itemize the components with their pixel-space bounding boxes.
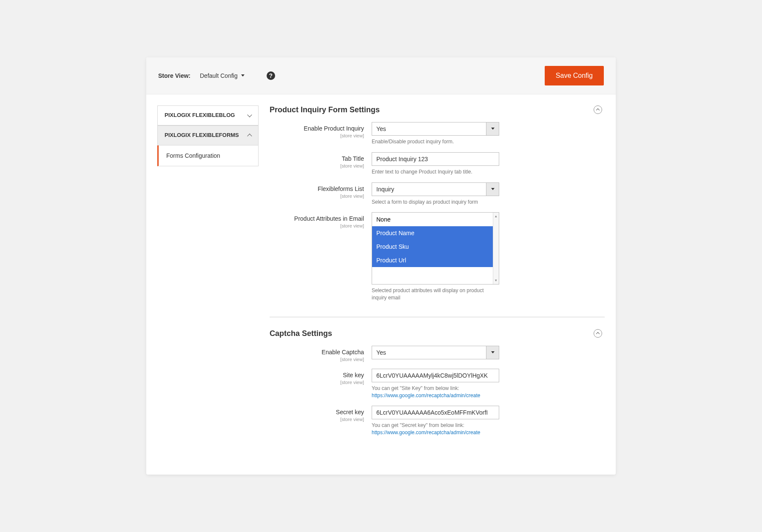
field-note: Enable/Disable product inquiry form. [372, 138, 499, 145]
field-label-text: Site key [343, 372, 364, 378]
field-control: Enter text to change Product Inquiry tab… [372, 152, 499, 176]
field-flexibleforms-list: Flexibleforms List [store view] Inquiry … [270, 182, 605, 206]
field-label: Enable Captcha [store view] [270, 346, 372, 362]
field-note: Enter text to change Product Inquiry tab… [372, 168, 499, 176]
field-site-key: Site key [store view] You can get "Site … [270, 369, 605, 399]
select-toggle[interactable] [486, 346, 499, 359]
store-view-select[interactable]: Default Config [200, 72, 245, 79]
field-control: Yes [372, 346, 499, 362]
scroll-up-icon: ▴ [493, 214, 499, 218]
field-control: You can get "Secret key" from below link… [372, 406, 499, 436]
save-config-button[interactable]: Save Config [545, 66, 604, 85]
field-label: Secret key [store view] [270, 406, 372, 436]
field-scope: [store view] [270, 380, 364, 385]
section-captcha: Captcha Settings Enable Captcha [store v… [270, 329, 605, 452]
field-label: Enable Product Inquiry [store view] [270, 122, 372, 145]
sidebar-group-label: PIXLOGIX FLEXIBLEBLOG [165, 112, 235, 119]
section-header: Captcha Settings [270, 329, 605, 338]
field-secret-key: Secret key [store view] You can get "Sec… [270, 406, 605, 436]
select-toggle[interactable] [486, 122, 499, 135]
select-toggle[interactable] [486, 183, 499, 196]
multiselect-option-none[interactable]: None [372, 213, 493, 226]
caret-down-icon [241, 74, 245, 77]
topbar-left: Store View: Default Config ? [158, 71, 275, 80]
field-note: Selected product attributes will display… [372, 287, 499, 302]
field-label-text: Flexibleforms List [318, 185, 364, 192]
field-label-text: Secret key [336, 409, 364, 415]
topbar: Store View: Default Config ? Save Config [146, 57, 616, 94]
sidebar-group-label: PIXLOGIX FLEXIBLEFORMS [165, 132, 239, 139]
product-attributes-multiselect[interactable]: None Product Name Product Sku Product Ur… [372, 212, 499, 284]
section-title: Captcha Settings [270, 329, 332, 338]
field-control: Yes Enable/Disable product inquiry form. [372, 122, 499, 145]
field-control: None Product Name Product Sku Product Ur… [372, 212, 499, 302]
scroll-down-icon: ▾ [493, 279, 499, 282]
multiselect-option-product-sku[interactable]: Product Sku [372, 240, 493, 253]
field-label: Product Attributes in Email [store view] [270, 212, 372, 302]
site-key-input[interactable] [372, 369, 499, 382]
field-control: You can get "Site Key" from below link: … [372, 369, 499, 399]
field-label: Site key [store view] [270, 369, 372, 399]
sidebar-item-forms-configuration[interactable]: Forms Configuration [157, 145, 259, 166]
select-value: Yes [372, 346, 486, 359]
chevron-up-icon [247, 134, 252, 138]
scrollbar[interactable]: ▴ ▾ [493, 213, 499, 284]
sidebar-group-flexibleforms[interactable]: PIXLOGIX FLEXIBLEFORMS [157, 125, 259, 145]
multiselect-option-product-name[interactable]: Product Name [372, 226, 493, 240]
note-text: You can get "Secret key" from below link… [372, 422, 464, 428]
help-icon[interactable]: ? [267, 71, 275, 80]
field-scope: [store view] [270, 193, 364, 199]
section-collapse-icon[interactable] [594, 329, 602, 338]
field-scope: [store view] [270, 163, 364, 168]
recaptcha-admin-link[interactable]: https://www.google.com/recaptcha/admin/c… [372, 393, 480, 398]
chevron-up-icon [596, 332, 600, 336]
field-label: Tab Title [store view] [270, 152, 372, 176]
section-title: Product Inquiry Form Settings [270, 105, 380, 114]
field-note: Select a form to display as product inqu… [372, 199, 499, 206]
field-scope: [store view] [270, 133, 364, 138]
multiselect-option-product-url[interactable]: Product Url [372, 253, 493, 267]
section-header: Product Inquiry Form Settings [270, 105, 605, 114]
caret-down-icon [491, 128, 495, 130]
enable-captcha-select[interactable]: Yes [372, 346, 499, 359]
caret-down-icon [491, 188, 495, 190]
field-label-text: Tab Title [342, 155, 364, 162]
caret-down-icon [491, 351, 495, 353]
sidebar-group-flexibleblog[interactable]: PIXLOGIX FLEXIBLEBLOG [157, 105, 259, 125]
select-value: Inquiry [372, 183, 486, 196]
field-tab-title: Tab Title [store view] Enter text to cha… [270, 152, 605, 176]
config-panel: Store View: Default Config ? Save Config… [146, 57, 616, 475]
field-scope: [store view] [270, 223, 364, 228]
select-value: Yes [372, 122, 486, 135]
recaptcha-admin-link[interactable]: https://www.google.com/recaptcha/admin/c… [372, 430, 480, 435]
sidebar: PIXLOGIX FLEXIBLEBLOG PIXLOGIX FLEXIBLEF… [157, 105, 259, 464]
field-label-text: Product Attributes in Email [294, 215, 364, 222]
field-scope: [store view] [270, 417, 364, 422]
field-label-text: Enable Captcha [321, 349, 364, 356]
field-note: You can get "Site Key" from below link: … [372, 385, 499, 399]
section-collapse-icon[interactable] [594, 105, 602, 114]
field-scope: [store view] [270, 357, 364, 362]
multiselect-options: None Product Name Product Sku Product Ur… [372, 213, 493, 284]
flexibleforms-list-select[interactable]: Inquiry [372, 182, 499, 196]
main: Product Inquiry Form Settings Enable Pro… [270, 105, 605, 464]
field-note: You can get "Secret key" from below link… [372, 422, 499, 436]
tab-title-input[interactable] [372, 152, 499, 166]
field-enable-captcha: Enable Captcha [store view] Yes [270, 346, 605, 362]
secret-key-input[interactable] [372, 406, 499, 419]
content: PIXLOGIX FLEXIBLEBLOG PIXLOGIX FLEXIBLEF… [146, 94, 616, 475]
chevron-down-icon [247, 112, 252, 117]
field-enable-product-inquiry: Enable Product Inquiry [store view] Yes … [270, 122, 605, 145]
note-text: You can get "Site Key" from below link: [372, 385, 459, 391]
store-view-label: Store View: [158, 72, 190, 79]
store-view-value: Default Config [200, 72, 238, 79]
field-label-text: Enable Product Inquiry [304, 125, 364, 132]
field-label: Flexibleforms List [store view] [270, 182, 372, 206]
field-product-attributes: Product Attributes in Email [store view]… [270, 212, 605, 302]
enable-product-inquiry-select[interactable]: Yes [372, 122, 499, 136]
field-control: Inquiry Select a form to display as prod… [372, 182, 499, 206]
chevron-up-icon [596, 108, 600, 112]
section-product-inquiry: Product Inquiry Form Settings Enable Pro… [270, 105, 605, 317]
